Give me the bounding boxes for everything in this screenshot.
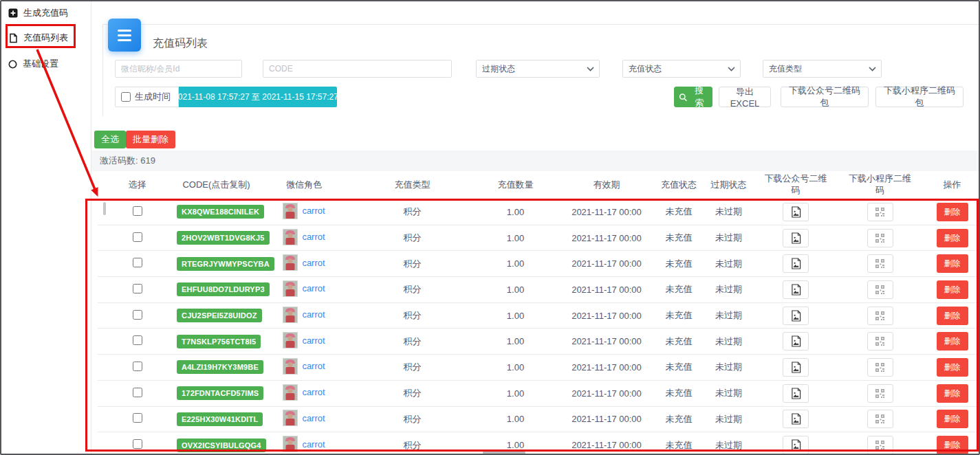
wechat-role-link[interactable]: carrot xyxy=(302,309,325,320)
delete-button[interactable]: 删除 xyxy=(937,436,968,454)
code-badge[interactable]: EHFUU8DO7LDURYP3 xyxy=(177,282,270,296)
download-mp-qr-button[interactable] xyxy=(783,358,809,377)
avatar xyxy=(283,203,298,219)
code-badge[interactable]: KX8QWE188CINILEK xyxy=(177,205,264,219)
delete-button[interactable]: 删除 xyxy=(937,203,968,221)
download-mini-qr-button[interactable] xyxy=(867,436,893,454)
download-mini-qr-button[interactable] xyxy=(867,307,893,325)
recharge-amount-cell: 1.00 xyxy=(472,225,558,251)
recharge-type-cell: 积分 xyxy=(352,380,472,406)
code-input[interactable] xyxy=(263,60,452,78)
avatar xyxy=(283,358,298,375)
delete-button[interactable]: 删除 xyxy=(937,332,968,351)
download-mp-qr-button[interactable] xyxy=(783,436,809,454)
qr-code-icon xyxy=(875,311,884,320)
wechat-role-link[interactable]: carrot xyxy=(302,335,325,346)
code-badge[interactable]: T7NSKLP756TCT8I5 xyxy=(177,335,261,348)
download-mp-qr-button[interactable] xyxy=(783,229,809,247)
expire-status-cell: 未过期 xyxy=(703,199,754,225)
row-select-checkbox[interactable] xyxy=(133,388,142,397)
wechat-role-link[interactable]: carrot xyxy=(302,283,325,293)
table-row: CJU2SPEI5Z8UIDOZ carrot 积分 1.00 2021-11-… xyxy=(98,302,980,329)
hamburger-menu-button[interactable] xyxy=(108,19,141,52)
nickname-member-input[interactable] xyxy=(115,60,242,78)
delete-button[interactable]: 删除 xyxy=(937,280,968,299)
download-mp-qr-button[interactable] xyxy=(783,307,809,325)
code-table: 选择 CODE(点击复制) 微信角色 充值类型 充值数量 有效期 充值状态 过期… xyxy=(98,171,980,455)
download-mini-qr-button[interactable] xyxy=(867,384,893,403)
code-badge[interactable]: A4LZI19H7KY3M9BE xyxy=(177,360,263,374)
export-excel-button[interactable]: 导出 EXCEL xyxy=(719,87,771,107)
delete-button[interactable]: 删除 xyxy=(937,410,968,428)
sidebar-item-label: 基础设置 xyxy=(23,58,58,70)
qr-code-icon xyxy=(875,414,884,423)
row-select-checkbox[interactable] xyxy=(133,413,142,423)
code-badge[interactable]: OVX2ICSYIBULGQG4 xyxy=(177,439,266,452)
row-select-checkbox[interactable] xyxy=(133,206,142,216)
validity-cell: 2021-11-17 00:00 xyxy=(558,355,655,381)
wechat-role-link[interactable]: carrot xyxy=(302,232,325,242)
download-mini-qr-button[interactable] xyxy=(867,229,893,247)
download-mini-qr-package-button[interactable]: 下载小程序二维码包 xyxy=(875,87,963,107)
download-mp-qr-button[interactable] xyxy=(783,332,809,351)
row-select-checkbox[interactable] xyxy=(133,362,142,371)
download-mini-qr-button[interactable] xyxy=(867,254,893,273)
delete-button[interactable]: 删除 xyxy=(937,384,968,403)
code-badge[interactable]: 2HOV2WBT1DVG8KJ5 xyxy=(177,231,270,245)
row-select-checkbox[interactable] xyxy=(133,310,142,320)
download-mp-qr-button[interactable] xyxy=(783,280,809,299)
table-scrollbar-thumb[interactable] xyxy=(103,202,106,215)
code-badge[interactable]: E225HX30W41KDITL xyxy=(177,412,263,426)
recharge-status-cell: 未充值 xyxy=(655,329,703,355)
avatar xyxy=(283,229,298,245)
code-badge[interactable]: RTEGRJYWMYPSCYBA xyxy=(177,257,274,271)
sidebar-item-basic-settings[interactable]: 基础设置 xyxy=(8,57,58,71)
col-actions: 操作 xyxy=(923,171,980,199)
download-mini-qr-button[interactable] xyxy=(867,203,893,221)
download-mp-qr-button[interactable] xyxy=(783,254,809,273)
avatar xyxy=(283,280,298,297)
row-select-checkbox[interactable] xyxy=(133,439,142,449)
recharge-type-select[interactable]: 充值类型 xyxy=(763,60,882,78)
recharge-status-select[interactable]: 充值状态 xyxy=(622,60,741,78)
date-range-text: 2021-11-08 17:57:27 至 2021-11-15 17:57:2… xyxy=(173,91,338,103)
row-select-checkbox[interactable] xyxy=(133,284,142,293)
download-mp-qr-button[interactable] xyxy=(783,410,809,428)
image-file-icon xyxy=(791,206,801,218)
sidebar-item-generate-code[interactable]: 生成充值码 xyxy=(8,6,68,20)
recharge-status-cell: 未充值 xyxy=(655,432,703,455)
image-file-icon xyxy=(791,284,801,296)
horizontal-scrollbar-thumb[interactable] xyxy=(483,451,525,454)
code-badge[interactable]: CJU2SPEI5Z8UIDOZ xyxy=(177,309,262,322)
delete-button[interactable]: 删除 xyxy=(937,358,968,377)
sidebar-item-code-list[interactable]: 充值码列表 xyxy=(8,31,68,45)
recharge-type-cell: 积分 xyxy=(352,277,472,303)
wechat-role-link[interactable]: carrot xyxy=(302,413,325,423)
date-range-button[interactable]: 2021-11-08 17:57:27 至 2021-11-15 17:57:2… xyxy=(179,87,337,107)
download-mini-qr-button[interactable] xyxy=(867,410,893,428)
wechat-role-link[interactable]: carrot xyxy=(302,439,325,450)
code-table-body: KX8QWE188CINILEK carrot 积分 1.00 2021-11-… xyxy=(98,199,980,455)
wechat-role-link[interactable]: carrot xyxy=(302,361,325,371)
download-mini-qr-button[interactable] xyxy=(867,358,893,377)
download-mini-qr-button[interactable] xyxy=(867,280,893,299)
search-button[interactable]: 搜索 xyxy=(674,87,712,107)
select-all-button[interactable]: 全选 xyxy=(94,131,126,148)
download-mini-qr-button[interactable] xyxy=(867,332,893,351)
row-select-checkbox[interactable] xyxy=(133,232,142,242)
wechat-role-link[interactable]: carrot xyxy=(302,387,325,397)
generate-time-checkbox[interactable] xyxy=(121,92,131,102)
download-mp-qr-button[interactable] xyxy=(783,203,809,221)
download-mp-qr-button[interactable] xyxy=(783,384,809,403)
batch-delete-button[interactable]: 批量删除 xyxy=(126,131,175,148)
row-select-checkbox[interactable] xyxy=(133,258,142,267)
download-mp-qr-package-button[interactable]: 下载公众号二维码包 xyxy=(781,87,869,107)
delete-button[interactable]: 删除 xyxy=(937,229,968,247)
wechat-role-link[interactable]: carrot xyxy=(302,206,325,216)
code-badge[interactable]: 172FDNTACFD57IMS xyxy=(177,386,263,400)
wechat-role-link[interactable]: carrot xyxy=(302,258,325,268)
delete-button[interactable]: 删除 xyxy=(937,307,968,325)
expire-status-select[interactable]: 过期状态 xyxy=(476,60,600,78)
row-select-checkbox[interactable] xyxy=(133,335,142,345)
delete-button[interactable]: 删除 xyxy=(937,254,968,273)
